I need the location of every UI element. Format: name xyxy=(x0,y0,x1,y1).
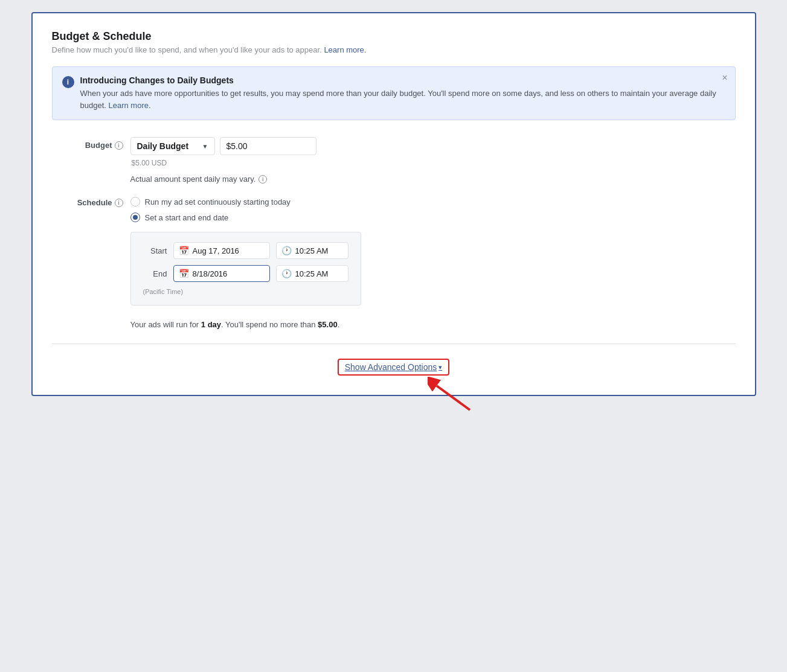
vary-info-icon[interactable]: i xyxy=(259,175,267,184)
end-calendar-icon: 📅 xyxy=(179,269,189,278)
summary-amount: $5.00 xyxy=(318,320,338,329)
radio-continuous[interactable]: Run my ad set continuously starting toda… xyxy=(130,197,361,206)
section-divider xyxy=(52,344,736,344)
end-date-input[interactable]: 📅 8/18/2016 xyxy=(173,265,270,282)
arrow-annotation xyxy=(428,377,476,415)
advanced-section: Show Advanced Options▾ xyxy=(52,359,736,376)
header-learn-more-link[interactable]: Learn more. xyxy=(324,45,366,54)
banner-title: Introducing Changes to Daily Budgets xyxy=(80,75,725,85)
schedule-end-row: End 📅 8/18/2016 🕐 10:25 AM xyxy=(143,265,349,282)
schedule-controls: Run my ad set continuously starting toda… xyxy=(130,194,361,329)
start-date-input[interactable]: 📅 Aug 17, 2016 xyxy=(173,242,270,259)
banner-learn-more-link[interactable]: Learn more xyxy=(109,101,149,110)
schedule-info-icon[interactable]: i xyxy=(115,199,123,207)
svg-line-1 xyxy=(437,386,470,410)
budget-controls-row: Daily Budget ▼ xyxy=(130,137,316,155)
start-calendar-icon: 📅 xyxy=(179,246,189,255)
budget-row: Budget i Daily Budget ▼ $5.00 USD Actual… xyxy=(64,137,724,184)
page-title: Budget & Schedule xyxy=(52,30,736,43)
advanced-caret-icon: ▾ xyxy=(438,363,442,371)
radio-dot xyxy=(133,215,138,220)
budget-info-icon[interactable]: i xyxy=(115,141,123,150)
info-banner-content: Introducing Changes to Daily Budgets Whe… xyxy=(80,75,725,111)
radio-dates-btn[interactable] xyxy=(130,213,140,222)
budget-type-dropdown[interactable]: Daily Budget ▼ xyxy=(130,137,215,155)
budget-amount-input[interactable] xyxy=(220,137,316,155)
page-container: Budget & Schedule Define how much you'd … xyxy=(31,12,756,396)
info-banner: i Introducing Changes to Daily Budgets W… xyxy=(52,66,736,120)
page-subtitle: Define how much you'd like to spend, and… xyxy=(52,45,736,54)
radio-dates[interactable]: Set a start and end date xyxy=(130,213,361,222)
start-time-input[interactable]: 🕐 10:25 AM xyxy=(276,242,349,259)
amount-usd-label: $5.00 USD xyxy=(132,159,316,167)
advanced-btn-wrapper: Show Advanced Options▾ xyxy=(338,359,450,376)
budget-label: Budget i xyxy=(64,137,130,150)
banner-text: When your ads have more opportunities to… xyxy=(80,88,725,111)
end-label: End xyxy=(143,269,167,278)
banner-close-button[interactable]: × xyxy=(722,73,727,83)
dropdown-arrow-icon: ▼ xyxy=(202,143,208,150)
vary-text: Actual amount spent daily may vary. i xyxy=(130,174,316,184)
start-clock-icon: 🕐 xyxy=(281,246,292,255)
summary-duration: 1 day xyxy=(201,320,221,329)
form-section: Budget i Daily Budget ▼ $5.00 USD Actual… xyxy=(52,137,736,329)
radio-continuous-btn[interactable] xyxy=(130,197,140,206)
start-label: Start xyxy=(143,246,167,255)
schedule-label: Schedule i xyxy=(64,194,130,207)
summary-text: Your ads will run for 1 day. You'll spen… xyxy=(130,320,361,329)
schedule-start-row: Start 📅 Aug 17, 2016 🕐 10:25 AM xyxy=(143,242,349,259)
budget-controls: Daily Budget ▼ $5.00 USD Actual amount s… xyxy=(130,137,316,184)
schedule-radio-group: Run my ad set continuously starting toda… xyxy=(130,194,361,222)
schedule-dates-box: Start 📅 Aug 17, 2016 🕐 10:25 AM End xyxy=(130,232,361,306)
pacific-time-label: (Pacific Time) xyxy=(143,288,349,295)
end-time-input[interactable]: 🕐 10:25 AM xyxy=(276,265,349,282)
schedule-row: Schedule i Run my ad set continuously st… xyxy=(64,194,724,329)
end-clock-icon: 🕐 xyxy=(281,269,292,278)
info-banner-icon: i xyxy=(62,76,74,88)
arrow-svg xyxy=(428,377,476,413)
show-advanced-options-button[interactable]: Show Advanced Options▾ xyxy=(345,362,443,372)
